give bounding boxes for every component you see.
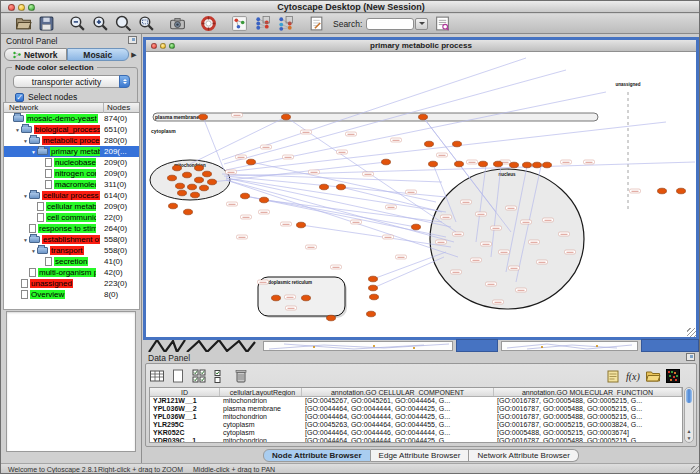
network-node[interactable] bbox=[658, 188, 667, 194]
network-node[interactable] bbox=[412, 224, 421, 230]
network-node[interactable] bbox=[337, 184, 346, 190]
network-node[interactable] bbox=[543, 162, 552, 168]
network-node[interactable] bbox=[272, 295, 281, 301]
frame-zoom-button[interactable] bbox=[169, 43, 175, 49]
tree-item[interactable]: secretion41(0) bbox=[4, 256, 139, 267]
network-node[interactable] bbox=[260, 197, 269, 203]
network-node[interactable] bbox=[191, 192, 200, 198]
tree-item[interactable]: ▼primary metabo209(... bbox=[4, 146, 139, 157]
search-input[interactable] bbox=[366, 18, 414, 30]
col-molecular-function[interactable]: annotation.GO MOLECULAR_FUNCTION bbox=[494, 388, 682, 396]
import-attributes-icon[interactable] bbox=[645, 368, 661, 384]
col-id[interactable]: ID bbox=[150, 388, 220, 396]
tree-expand-icon[interactable]: ▼ bbox=[22, 193, 29, 199]
network-node[interactable] bbox=[183, 172, 192, 178]
tree-item[interactable]: macromolecule311(0) bbox=[4, 179, 139, 190]
network-node[interactable] bbox=[369, 285, 378, 291]
tree-expand-icon[interactable]: ▼ bbox=[30, 248, 37, 254]
network-node[interactable] bbox=[282, 114, 291, 120]
network-node[interactable] bbox=[241, 193, 250, 199]
zoom-selected-icon[interactable] bbox=[138, 15, 155, 32]
tree-item[interactable]: cellular metabo209(0) bbox=[4, 201, 139, 212]
annotation-icon[interactable] bbox=[308, 15, 325, 32]
network-node[interactable] bbox=[479, 161, 488, 167]
col-region[interactable]: _cellularLayoutRegion bbox=[220, 388, 302, 396]
tree-item[interactable]: mosaic-demo-yeast874(0) bbox=[4, 113, 139, 124]
network-canvas[interactable]: plasma membrane cytoplasm mitochondrion … bbox=[146, 52, 696, 337]
network-node[interactable] bbox=[510, 162, 519, 168]
unselect-attributes-icon[interactable] bbox=[212, 368, 228, 384]
function-builder-icon[interactable]: f(x) bbox=[625, 368, 641, 384]
network-node[interactable] bbox=[523, 162, 532, 168]
help-ring-icon[interactable] bbox=[200, 15, 217, 32]
table-row[interactable]: YLR295Ccytoplasm[GO:0045263, GO:0044464,… bbox=[150, 421, 682, 429]
network-node[interactable] bbox=[195, 165, 204, 171]
zoom-fit-icon[interactable] bbox=[115, 15, 132, 32]
graph-canvas[interactable]: plasma membrane cytoplasm mitochondrion … bbox=[146, 52, 696, 337]
zoom-in-icon[interactable] bbox=[92, 15, 109, 32]
network-node[interactable] bbox=[176, 183, 185, 189]
table-row[interactable]: YDR039C__1mitochondrion[GO:0044464, GO:0… bbox=[150, 437, 682, 443]
network-node[interactable] bbox=[494, 161, 503, 167]
network-node[interactable] bbox=[195, 177, 204, 183]
tree-item[interactable]: response to stimulu264(0) bbox=[4, 223, 139, 234]
tree-item[interactable]: ▼establishment of lo558(0) bbox=[4, 234, 139, 245]
network-node[interactable] bbox=[419, 114, 428, 120]
tree-expand-icon[interactable]: ▼ bbox=[14, 127, 21, 133]
network-node[interactable] bbox=[188, 184, 197, 190]
network-node[interactable] bbox=[327, 315, 336, 321]
tree-item[interactable]: nitrogen compo209(0) bbox=[4, 168, 139, 179]
table-row[interactable]: YJR121W__1mitochondrion[GO:0045267, GO:0… bbox=[150, 397, 682, 405]
table-row[interactable]: YKR052Ccytoplasm[GO:0044464, GO:0044446,… bbox=[150, 429, 682, 437]
new-attribute-icon[interactable] bbox=[170, 368, 186, 384]
network-node[interactable] bbox=[169, 203, 178, 209]
network-node[interactable] bbox=[184, 209, 193, 215]
save-icon[interactable] bbox=[38, 15, 55, 32]
tab-node-attribute-browser[interactable]: Node Attribute Browser bbox=[263, 449, 371, 462]
nucleus-region[interactable] bbox=[430, 169, 584, 309]
network-overview-icon[interactable] bbox=[231, 15, 248, 32]
network-node[interactable] bbox=[199, 114, 208, 120]
network-node[interactable] bbox=[455, 161, 464, 167]
network-node[interactable] bbox=[203, 171, 212, 177]
network-node[interactable] bbox=[173, 165, 182, 171]
network-node[interactable] bbox=[370, 294, 379, 300]
network-node[interactable] bbox=[200, 185, 209, 191]
frame-resize-grip[interactable] bbox=[687, 328, 696, 337]
node-color-dropdown[interactable]: transporter activity bbox=[13, 75, 130, 88]
table-row[interactable]: YPL036W__2plasma membrane[GO:0044464, GO… bbox=[150, 405, 682, 413]
float-data-panel-icon[interactable] bbox=[686, 353, 695, 361]
zoom-window-button[interactable] bbox=[28, 4, 35, 11]
network-node[interactable] bbox=[320, 184, 329, 190]
network-node[interactable] bbox=[425, 141, 434, 147]
tree-item[interactable]: ▼metabolic process280(0) bbox=[4, 135, 139, 146]
select-nodes-checkbox[interactable]: ✓ bbox=[15, 93, 24, 102]
network-node[interactable] bbox=[168, 175, 177, 181]
tab-scroll-right-button[interactable]: ▶ bbox=[129, 51, 139, 59]
tree-item[interactable]: Overview8(0) bbox=[4, 289, 139, 300]
network-node[interactable] bbox=[429, 161, 438, 167]
float-panel-icon[interactable] bbox=[128, 36, 137, 44]
network-node[interactable] bbox=[247, 159, 256, 165]
network-node[interactable] bbox=[453, 141, 462, 147]
tree-expand-icon[interactable]: ▼ bbox=[22, 138, 29, 144]
network-node[interactable] bbox=[533, 162, 542, 168]
tree-expand-icon[interactable]: ▼ bbox=[22, 237, 29, 243]
tree-expand-icon[interactable]: ▼ bbox=[30, 149, 37, 155]
search-config-icon[interactable] bbox=[434, 15, 451, 32]
snapshot-camera-icon[interactable] bbox=[169, 15, 186, 32]
network-node[interactable] bbox=[297, 222, 306, 228]
tab-network[interactable]: Network bbox=[4, 48, 67, 61]
frame-close-button[interactable] bbox=[151, 43, 157, 49]
frame-minimize-button[interactable] bbox=[160, 43, 166, 49]
network-node[interactable] bbox=[302, 295, 311, 301]
table-vertical-scrollbar[interactable]: ▲▼ bbox=[684, 387, 694, 443]
layout-nodes-2-icon[interactable] bbox=[277, 15, 294, 32]
zoom-out-icon[interactable] bbox=[69, 15, 86, 32]
layout-nodes-1-icon[interactable] bbox=[254, 15, 271, 32]
tree-item[interactable]: nucleobase-209(0) bbox=[4, 157, 139, 168]
close-button[interactable] bbox=[8, 4, 15, 11]
network-node[interactable] bbox=[382, 159, 391, 165]
search-dropdown-button[interactable] bbox=[415, 18, 428, 30]
network-node[interactable] bbox=[369, 276, 378, 282]
